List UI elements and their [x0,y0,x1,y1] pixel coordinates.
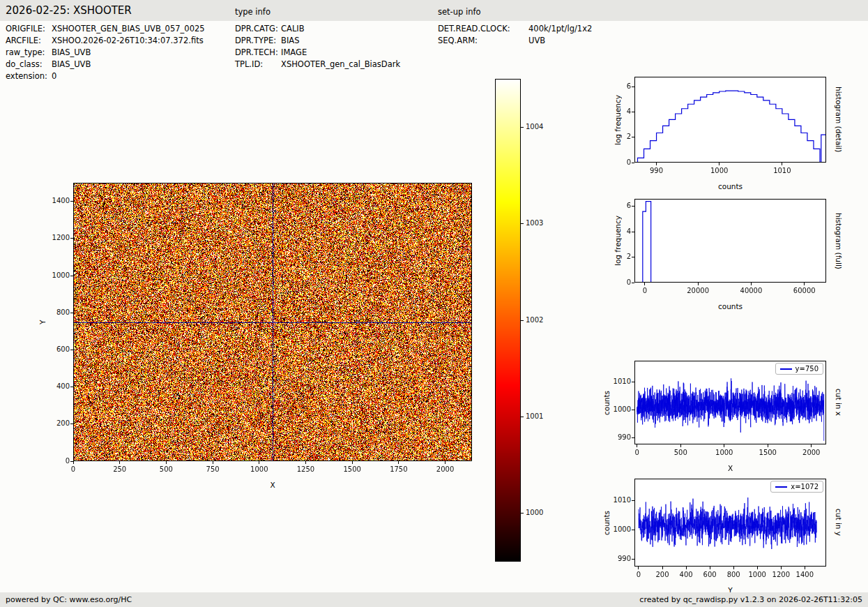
cut-in-y-side-label: cut in y [835,479,843,567]
x-tick-mark [637,444,637,447]
meta-row-origfile: ORIGFILE: XSHOOTER_GEN_BIAS_UVB_057_0025 [6,24,205,36]
meta-value: IMAGE [281,47,307,59]
metadata-main-column: ORIGFILE: XSHOOTER_GEN_BIAS_UVB_057_0025… [6,24,205,83]
y-tick-label: 1200 [38,234,70,242]
x-tick-mark [719,163,719,165]
meta-key: raw_type: [6,47,52,59]
meta-row-extension: extension: 0 [6,71,205,83]
x-tick-mark [398,461,399,464]
colorbar-tick-mark [521,223,524,224]
y-tick-mark [632,112,634,112]
meta-row-det-read-clock: DET.READ.CLOCK: 400k/1pt/lg/1x2 [438,24,592,36]
meta-row-dpr-catg: DPR.CATG: CALIB [235,24,400,36]
x-tick-mark [656,163,657,165]
x-tick-mark [811,444,812,447]
y-tick-label: 1000 [599,525,631,534]
meta-row-seq-arm: SEQ.ARM: UVB [438,36,592,47]
y-tick-label: 990 [599,433,631,442]
legend-label: y=750 [795,365,818,373]
y-tick-mark [70,276,73,276]
footer-credit-right: created by qc_rawdisp.py v1.2.3 on 2026-… [639,595,862,604]
raw-image-canvas [73,183,472,461]
y-tick-label: 990 [599,555,631,563]
y-tick-mark [70,238,73,239]
meta-row-arcfile: ARCFILE: XSHOO.2026-02-26T10:34:07.372.f… [6,36,205,47]
colorbar-tick-label: 1003 [526,219,554,227]
y-tick-mark [632,559,634,560]
colorbar-tick-label: 1004 [526,123,554,131]
x-tick-mark [757,567,758,569]
x-tick-mark [724,444,724,447]
meta-value: BIAS [281,36,299,47]
x-tick-label: 0 [620,449,655,457]
x-tick-mark [638,567,639,569]
x-tick-label: 500 [149,465,183,474]
footer-credit-left: powered by QC: www.eso.org/HC [6,595,132,604]
x-tick-label: 2000 [794,449,829,457]
x-tick-label: 750 [195,465,230,474]
cut-in-y-legend: x=1072 [770,481,823,493]
meta-key: ARCFILE: [6,36,52,47]
meta-row-dpr-tech: DPR.TECH: IMAGE [235,47,400,59]
x-tick-mark [782,163,782,165]
meta-key: DPR.CATG: [235,24,281,36]
cut-in-x-legend: y=750 [775,363,823,375]
meta-row-do-class: do_class: BIAS_UVB [6,59,205,71]
meta-row-tpl-id: TPL.ID: XSHOOTER_gen_cal_BiasDark [235,59,400,71]
x-tick-label: 0 [56,465,91,474]
x-tick-mark [680,444,681,447]
y-tick-mark [632,206,634,207]
meta-key: DPR.TECH: [235,47,281,59]
x-tick-mark [644,283,645,285]
x-tick-mark [259,461,259,464]
x-tick-mark [781,567,782,569]
metadata-setup-info-column: DET.READ.CLOCK: 400k/1pt/lg/1x2 SEQ.ARM:… [438,24,592,47]
meta-row-dpr-type: DPR.TYPE: BIAS [235,36,400,47]
histogram-detail-canvas [634,77,826,163]
y-tick-mark [70,387,73,387]
x-tick-label: 2000 [428,465,463,474]
x-tick-mark [166,461,167,464]
y-tick-label: 2 [599,133,631,141]
histogram-full-plot: counts log frequency histogram (full) 02… [634,199,826,283]
meta-key: DET.READ.CLOCK: [438,24,528,36]
header-bar: 2026-02-25: XSHOOTER type info set-up in… [0,0,868,21]
meta-key: DPR.TYPE: [235,36,281,47]
x-tick-label: 250 [102,465,137,474]
y-tick-label: 1400 [38,197,70,205]
y-tick-mark [632,437,634,438]
legend-line-swatch [780,368,792,370]
x-tick-label: 1250 [288,465,323,474]
qc-report-page: 2026-02-25: XSHOOTER type info set-up in… [0,0,868,607]
meta-value: 400k/1pt/lg/1x2 [528,24,592,36]
y-tick-label: 2 [599,253,631,261]
colorbar-tick-label: 1000 [526,509,554,517]
colorbar-tick-label: 1001 [526,412,554,421]
meta-key: extension: [6,71,52,83]
meta-key: do_class: [6,59,52,71]
y-tick-label: 1010 [599,377,631,386]
histogram-detail-side-label: histogram (detail) [835,77,843,163]
type-info-heading: type info [235,7,271,17]
y-tick-mark [632,257,634,257]
x-tick-label: 990 [639,167,674,175]
y-tick-label: 1000 [38,271,70,280]
x-tick-label: 1500 [335,465,370,474]
x-tick-mark [305,461,306,464]
x-tick-label: 1010 [765,167,800,175]
histogram-full-canvas [634,199,826,283]
y-tick-mark [632,87,634,87]
y-tick-mark [632,283,634,283]
y-tick-label: 800 [38,308,70,317]
legend-label: x=1072 [791,483,818,490]
meta-value: XSHOOTER_GEN_BIAS_UVB_057_0025 [52,24,205,36]
x-tick-label: 0 [627,287,662,295]
x-tick-mark [805,567,805,569]
colorbar-tick-label: 1002 [526,316,554,324]
y-tick-mark [632,137,634,137]
meta-key: ORIGFILE: [6,24,52,36]
y-tick-mark [70,313,73,313]
y-tick-mark [70,424,73,424]
x-tick-mark [213,461,213,464]
cut-in-x-ylabel: counts [602,361,611,444]
